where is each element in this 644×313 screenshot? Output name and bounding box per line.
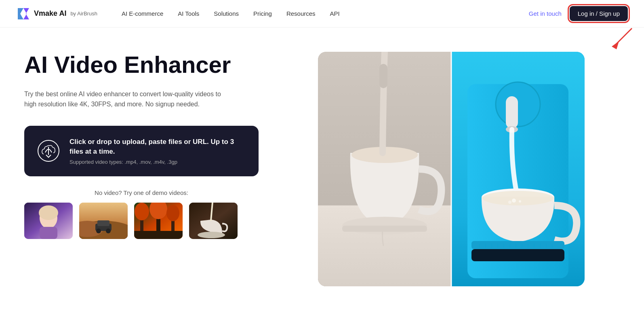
right-content (283, 52, 620, 286)
login-signup-button[interactable]: Log in / Sign up (570, 6, 628, 21)
thumb-3-visual (134, 203, 183, 239)
before-image (318, 52, 451, 286)
logo-text: Vmake AI (34, 9, 66, 18)
nav-right: Get in touch Log in / Sign up (529, 6, 628, 21)
upload-icon (37, 140, 60, 162)
main-content: AI Video Enhancer Try the best online AI… (0, 27, 644, 313)
svg-rect-58 (471, 249, 564, 261)
nav-links: AI E-commerce AI Tools Solutions Pricing… (122, 10, 529, 17)
nav-solutions[interactable]: Solutions (214, 10, 239, 17)
thumb-4-visual (189, 203, 238, 239)
svg-point-23 (166, 205, 179, 221)
svg-rect-37 (506, 96, 518, 129)
upload-text-area: Click or drop to upload, paste files or … (69, 137, 246, 165)
demo-thumbnails (24, 203, 259, 239)
svg-marker-0 (18, 8, 23, 19)
svg-point-55 (512, 199, 516, 203)
logo-by: by AirBrush (70, 11, 97, 17)
demo-thumb-1[interactable] (24, 203, 73, 239)
demo-thumb-2[interactable] (79, 203, 128, 239)
nav-resources[interactable]: Resources (286, 10, 316, 17)
before-side (318, 52, 451, 286)
demo-thumb-3[interactable] (134, 203, 183, 239)
nav-ai-tools[interactable]: AI Tools (178, 10, 199, 17)
after-side (451, 52, 585, 286)
svg-point-15 (96, 228, 101, 233)
svg-point-27 (198, 232, 225, 238)
hero-title: AI Video Enhancer (24, 52, 259, 78)
vmake-logo-icon (16, 6, 31, 21)
svg-rect-9 (40, 227, 57, 239)
navbar: Vmake AI by AirBrush AI E-commerce AI To… (0, 0, 644, 27)
nav-pricing[interactable]: Pricing (253, 10, 272, 17)
upload-box[interactable]: Click or drop to upload, paste files or … (24, 126, 259, 176)
nav-ai-ecommerce[interactable]: AI E-commerce (122, 10, 163, 17)
hero-subtitle: Try the best online AI video enhancer to… (24, 89, 234, 110)
svg-rect-33 (342, 226, 427, 232)
svg-point-8 (39, 205, 58, 220)
after-image (451, 52, 585, 286)
demo-thumb-4[interactable] (189, 203, 238, 239)
divider-line (451, 52, 452, 286)
nav-api[interactable]: API (330, 10, 340, 17)
svg-rect-31 (379, 64, 387, 88)
svg-point-16 (106, 228, 111, 233)
svg-point-19 (135, 203, 149, 220)
logo[interactable]: Vmake AI by AirBrush (16, 6, 97, 21)
before-after-container (318, 52, 585, 286)
svg-point-57 (508, 201, 511, 204)
demo-label: No video? Try one of demo videos: (24, 189, 259, 196)
upload-sub-text: Supported video types: .mp4, .mov, .m4v,… (69, 159, 246, 165)
upload-main-text: Click or drop to upload, paste files or … (69, 137, 246, 156)
thumb-1-visual (24, 203, 73, 239)
get-in-touch-link[interactable]: Get in touch (529, 10, 562, 17)
svg-point-40 (482, 191, 554, 205)
svg-marker-1 (23, 8, 29, 19)
thumb-2-visual (79, 203, 128, 239)
svg-rect-14 (97, 220, 109, 226)
svg-point-56 (519, 200, 521, 203)
left-content: AI Video Enhancer Try the best online AI… (24, 52, 259, 239)
svg-rect-24 (134, 231, 183, 239)
